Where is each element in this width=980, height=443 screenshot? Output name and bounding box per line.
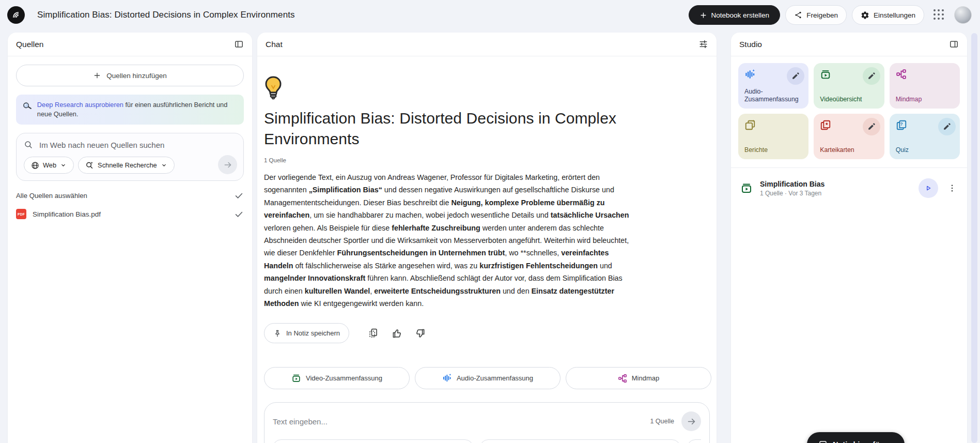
- chevron-down-icon: [161, 162, 167, 169]
- chat-panel-title: Chat: [266, 40, 283, 49]
- pencil-icon: [867, 123, 876, 131]
- gear-icon: [861, 11, 869, 20]
- thumbs-up-icon[interactable]: [390, 327, 403, 340]
- play-icon: [924, 184, 932, 192]
- plus-icon: [93, 71, 101, 80]
- suggested-questions-row: Wie beeinflusst der Simplification Bias …: [273, 439, 701, 443]
- pin-icon: [273, 329, 282, 338]
- tool-card-video[interactable]: Videoübersicht: [814, 63, 884, 109]
- artifact-meta: 1 Quelle · Vor 3 Tagen: [760, 190, 825, 197]
- web-source-chip[interactable]: Web: [24, 157, 74, 174]
- waveform-icon: [442, 373, 452, 383]
- select-all-checkbox[interactable]: [234, 191, 244, 201]
- settings-button[interactable]: Einstellungen: [852, 5, 924, 25]
- send-message-button[interactable]: [681, 411, 701, 431]
- mindmap-icon: [896, 69, 954, 80]
- sources-panel: Quellen Quellen hinzufügen Deep Research…: [8, 33, 252, 443]
- page-scrollbar[interactable]: [971, 33, 977, 443]
- chat-input-card: 1 Quelle Wie beeinflusst der Simplificat…: [264, 402, 710, 443]
- web-search-input[interactable]: [39, 141, 236, 149]
- google-apps-icon[interactable]: [934, 9, 945, 21]
- tool-card-quiz[interactable]: ? Quiz: [890, 114, 960, 159]
- banner-text: Deep Research ausprobieren für einen aus…: [37, 100, 237, 119]
- pencil-icon: [867, 72, 876, 80]
- tool-card-audio[interactable]: Audio-Zusammenfassung: [738, 63, 808, 109]
- arrow-right-icon: [687, 417, 696, 426]
- source-checkbox[interactable]: [234, 209, 244, 219]
- collapse-panel-icon[interactable]: [234, 39, 244, 49]
- tune-icon[interactable]: [698, 39, 708, 49]
- pencil-icon: [791, 72, 800, 80]
- suggested-question-partial[interactable]: W ta: [687, 439, 701, 443]
- play-button[interactable]: [919, 178, 938, 198]
- video-icon: [740, 182, 753, 194]
- globe-icon: [31, 161, 39, 170]
- studio-panel-title: Studio: [739, 40, 762, 49]
- video-icon: [291, 373, 301, 383]
- video-summary-chip[interactable]: Video-Zusammenfassung: [264, 367, 410, 389]
- notebooklm-logo-icon[interactable]: [7, 6, 25, 24]
- sources-panel-title: Quellen: [16, 40, 43, 49]
- chat-input[interactable]: [273, 417, 643, 426]
- reports-icon: [744, 119, 802, 131]
- tool-card-reports[interactable]: Berichte: [738, 114, 808, 159]
- quick-research-chip[interactable]: Schnelle Recherche: [78, 157, 175, 174]
- share-icon: [794, 11, 802, 19]
- deep-research-banner: Deep Research ausprobieren für einen aus…: [16, 95, 244, 125]
- add-sources-button[interactable]: Quellen hinzufügen: [16, 65, 244, 86]
- edit-flashcards-button[interactable]: [863, 118, 880, 135]
- summary-paragraph: Der vorliegende Text, ein Auszug von And…: [264, 171, 639, 310]
- tool-card-flashcards[interactable]: Karteikarten: [814, 114, 884, 159]
- magnifier-emoji-icon: [21, 99, 33, 112]
- expand-panel-icon[interactable]: [949, 39, 959, 49]
- tool-card-mindmap[interactable]: Mindmap: [890, 63, 960, 109]
- quick-research-icon: [85, 161, 94, 170]
- select-all-row: Alle Quellen auswählen: [16, 191, 244, 201]
- edit-audio-button[interactable]: [787, 67, 804, 85]
- search-icon: [24, 140, 33, 149]
- source-list-item[interactable]: PDF Simplification Bias.pdf: [16, 209, 244, 219]
- more-options-icon[interactable]: [945, 181, 959, 195]
- plus-icon: [699, 11, 707, 19]
- source-name: Simplification Bias.pdf: [33, 210, 101, 218]
- lightbulb-icon: [264, 76, 283, 100]
- add-note-button[interactable]: Notiz hinzufügen: [807, 432, 905, 443]
- share-button[interactable]: Freigeben: [785, 5, 847, 25]
- save-to-note-button[interactable]: In Notiz speichern: [264, 323, 349, 343]
- mindmap-icon: [618, 374, 627, 383]
- svg-text:?: ?: [900, 121, 903, 127]
- chat-source-count: 1 Quelle: [264, 157, 717, 163]
- chat-doc-title: Simplification Bias: Distorted Decisions…: [264, 108, 646, 149]
- thumbs-down-icon[interactable]: [414, 327, 427, 340]
- edit-video-button[interactable]: [863, 67, 880, 85]
- studio-tool-grid: Audio-Zusammenfassung Videoübersicht: [738, 63, 960, 159]
- suggested-question[interactable]: Welche organisatorischen und technologis…: [480, 439, 680, 443]
- edit-quiz-button[interactable]: [938, 118, 956, 135]
- create-notebook-button[interactable]: Notebook erstellen: [689, 5, 781, 25]
- note-icon: [818, 440, 828, 443]
- submit-search-button[interactable]: [218, 155, 237, 174]
- arrow-right-icon: [223, 160, 232, 170]
- pdf-icon: PDF: [16, 209, 26, 219]
- artifact-title: Simplification Bias: [760, 180, 825, 188]
- select-all-label: Alle Quellen auswählen: [16, 192, 87, 200]
- studio-panel: Studio Audio-Zusammenfassung: [731, 33, 967, 443]
- deep-research-link[interactable]: Deep Research ausprobieren: [37, 101, 123, 109]
- user-avatar[interactable]: [954, 6, 972, 24]
- copy-icon[interactable]: [367, 327, 380, 340]
- app-header: Simplification Bias: Distorted Decisions…: [0, 0, 980, 30]
- chevron-down-icon: [60, 162, 67, 169]
- suggested-question[interactable]: Wie beeinflusst der Simplification Bias …: [273, 439, 473, 443]
- pencil-icon: [943, 123, 951, 131]
- notebook-title: Simplification Bias: Distorted Decisions…: [37, 10, 295, 20]
- mindmap-chip[interactable]: Mindmap: [566, 367, 711, 389]
- input-source-count: 1 Quelle: [650, 418, 674, 425]
- chat-scroll-area[interactable]: Simplification Bias: Distorted Decisions…: [257, 56, 717, 443]
- web-search-card: Web Schnelle Recherche: [16, 133, 244, 181]
- audio-summary-chip[interactable]: Audio-Zusammenfassung: [415, 367, 561, 389]
- chat-panel: Chat Simplification Bias: Distorted Deci…: [257, 33, 717, 443]
- studio-artifact-row[interactable]: Simplification Bias 1 Quelle · Vor 3 Tag…: [738, 168, 960, 198]
